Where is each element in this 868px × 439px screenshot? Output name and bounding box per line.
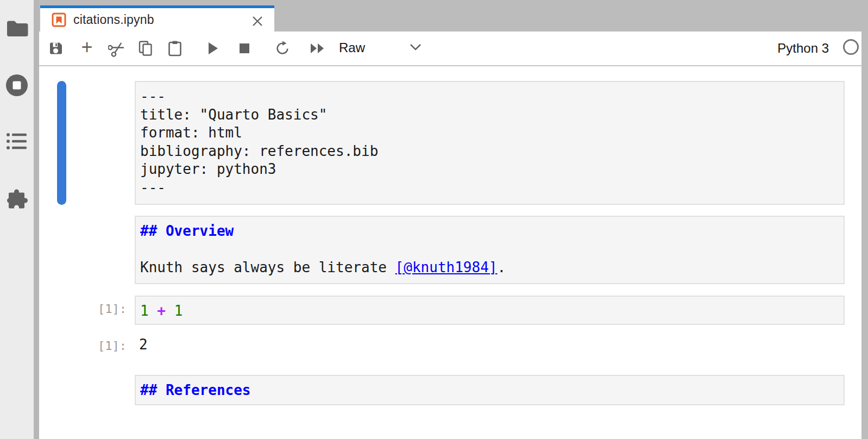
sidebar-item-table-of-contents[interactable] [6,130,28,152]
run-cell-button[interactable] [201,37,225,60]
markdown-heading: ## References [140,382,251,398]
copy-cells-button[interactable] [134,37,158,60]
interrupt-kernel-button[interactable] [232,37,256,60]
folder-icon [5,18,28,38]
cut-cells-button[interactable] [105,37,129,60]
markdown-cell-references[interactable]: ## References [135,375,845,405]
notebook-icon [52,12,66,27]
paste-cells-button[interactable] [163,37,187,60]
save-icon [48,41,63,56]
scrollbar[interactable] [861,32,868,439]
scissors-icon [108,40,125,57]
tab-title: citations.ipynb [73,12,154,27]
chevron-down-icon[interactable] [408,42,423,52]
puzzle-icon [6,189,28,211]
play-icon [207,41,219,55]
close-icon[interactable] [251,15,264,28]
code-cell-editor[interactable]: 1 + 1 [135,296,845,325]
notebook-panel: --- title: "Quarto Basics" format: html … [39,67,861,439]
stop-icon [239,43,250,54]
sidebar-item-running-kernels[interactable] [6,74,28,96]
left-activity-bar [0,0,34,439]
cell-type-dropdown[interactable]: Raw [339,40,365,55]
jupyterlab-window: citations.ipynb + [0,0,868,439]
save-button[interactable] [43,37,67,60]
restart-run-all-button[interactable] [306,37,330,60]
code-cell-source: 1 + 1 [136,297,844,326]
raw-cell-source: --- title: "Quarto Basics" format: html … [136,82,844,202]
selected-cell-collapser[interactable] [57,81,66,205]
fast-forward-icon [310,42,326,54]
kernel-status-icon[interactable] [843,39,859,55]
tab-citations-ipynb[interactable]: citations.ipynb [40,5,274,32]
sidebar-item-file-browser[interactable] [6,17,28,39]
notebook-toolbar: + [39,32,861,66]
running-icon [5,74,28,97]
tab-bar: citations.ipynb [39,0,868,32]
paste-icon [168,40,182,57]
copy-icon [138,40,153,57]
restart-icon [274,40,291,57]
restart-kernel-button[interactable] [271,37,294,60]
insert-cell-button[interactable]: + [75,37,99,60]
toc-icon [6,132,28,150]
raw-cell-editor[interactable]: --- title: "Quarto Basics" format: html … [135,81,845,205]
kernel-name[interactable]: Python 3 [777,41,829,56]
markdown-cell-overview[interactable]: ## Overview Knuth says always be literat… [135,216,845,284]
input-prompt: [1]: [39,302,127,316]
markdown-cell-source: ## Overview Knuth says always be literat… [136,217,844,283]
markdown-heading: ## Overview [140,223,234,239]
sidebar-divider [34,0,39,439]
markdown-cell-source: ## References [136,376,844,405]
cell-output: 2 [139,336,148,353]
sidebar-item-extensions[interactable] [6,189,28,211]
citation-link[interactable]: [@knuth1984] [395,259,498,275]
markdown-text-end: . [497,259,506,275]
output-prompt: [1]: [39,339,127,353]
markdown-text: Knuth says always be literate [140,259,395,275]
plus-icon: + [81,37,92,57]
